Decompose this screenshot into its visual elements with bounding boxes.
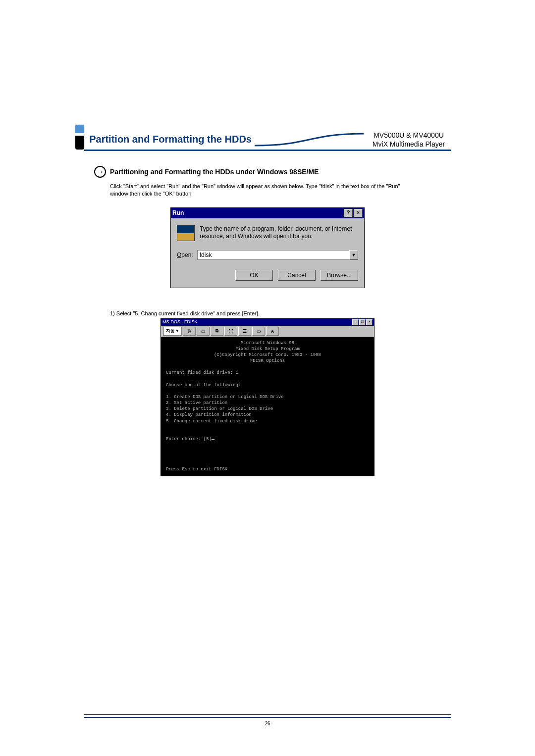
page-header: Partition and Formatting the HDDs MV5000…: [75, 124, 451, 149]
footer-rule: [84, 714, 451, 718]
dos-line: (C)Copyright Microsoft Corp. 1983 - 1998: [166, 352, 369, 358]
arrow-circle-icon: →: [94, 166, 106, 178]
open-dropdown-button[interactable]: ▼: [349, 250, 358, 260]
fdisk-figure: MS-DOS - FDISK – □ × 자동▼ ⎘ ▭ ⧉ ⛶ ☰ ▭ A: [84, 318, 451, 476]
run-body: Type the name of a program, folder, docu…: [171, 218, 364, 288]
dos-line: 3. Delete partition or Logical DOS Drive: [166, 406, 369, 412]
dos-tool-paste-icon[interactable]: ▭: [197, 327, 210, 336]
dos-line: Current fixed disk drive: 1: [166, 370, 369, 376]
book-spine-icon: [75, 125, 84, 150]
run-message: Type the name of a program, folder, docu…: [200, 225, 358, 240]
dos-line: Microsoft Windows 98: [166, 340, 369, 346]
dos-tool-copy-icon[interactable]: ⎘: [183, 327, 196, 336]
dos-tool-fullscreen-icon[interactable]: ⛶: [224, 327, 237, 336]
maximize-button[interactable]: □: [359, 319, 366, 325]
dos-font-select[interactable]: 자동▼: [163, 327, 182, 336]
section-body: Click "Start" and select "Run" and the "…: [110, 183, 417, 198]
dos-toolbar: 자동▼ ⎘ ▭ ⧉ ⛶ ☰ ▭ A: [161, 326, 374, 337]
dos-line: Fixed Disk Setup Program: [166, 346, 369, 352]
ok-button[interactable]: OK: [235, 270, 273, 281]
run-buttons: OK Cancel Browse...: [177, 270, 358, 281]
model-line2: MviX Multimedia Player: [367, 140, 451, 149]
browse-button[interactable]: Browse...: [321, 270, 358, 281]
dos-line: FDISK Options: [166, 358, 369, 364]
run-icon: [177, 225, 195, 241]
open-label: Open:: [177, 252, 193, 258]
close-button[interactable]: ×: [354, 209, 363, 217]
model-line1: MV5000U & MV4000U: [367, 131, 451, 140]
page-title: Partition and Formatting the HDDs: [89, 134, 252, 145]
model-box: MV5000U & MV4000U MviX Multimedia Player: [367, 131, 451, 149]
titlebar-buttons: ? ×: [344, 209, 363, 217]
dos-tool-mark-icon[interactable]: ⧉: [211, 327, 223, 336]
title-swoosh-icon: [255, 131, 364, 149]
dos-screen: Microsoft Windows 98 Fixed Disk Setup Pr…: [161, 337, 374, 476]
dos-titlebar: MS-DOS - FDISK – □ ×: [161, 319, 374, 326]
minimize-button[interactable]: –: [352, 319, 359, 325]
section-heading: → Partitioning and Formatting the HDDs u…: [94, 166, 451, 178]
dos-line: 5. Change current fixed disk drive: [166, 418, 369, 424]
close-button[interactable]: ×: [366, 319, 373, 325]
dos-line: 2. Set active partition: [166, 400, 369, 406]
open-field: ▼: [197, 250, 358, 260]
dos-tool-font-icon[interactable]: A: [266, 327, 279, 336]
section-title: Partitioning and Formatting the HDDs und…: [110, 168, 319, 176]
page-number: 26: [84, 721, 451, 726]
dos-titlebar-buttons: – □ ×: [352, 319, 373, 325]
dos-tool-bg-icon[interactable]: ▭: [252, 327, 265, 336]
help-button[interactable]: ?: [344, 209, 353, 217]
cursor-icon: [212, 439, 214, 440]
dos-line: Press Esc to exit FDISK: [166, 466, 369, 472]
dos-line: 1. Create DOS partition or Logical DOS D…: [166, 394, 369, 400]
run-dialog: Run ? × Type the name of a program, fold…: [170, 207, 365, 288]
title-underline: [84, 150, 451, 151]
cancel-button[interactable]: Cancel: [278, 270, 316, 281]
step-1-text: 1) Select "5. Chang current fixed disk d…: [110, 310, 451, 316]
title-band: Partition and Formatting the HDDs MV5000…: [89, 131, 451, 149]
run-title: Run: [172, 209, 184, 216]
dos-window: MS-DOS - FDISK – □ × 자동▼ ⎘ ▭ ⧉ ⛶ ☰ ▭ A: [160, 318, 374, 476]
dos-title: MS-DOS - FDISK: [162, 319, 198, 325]
document-page: Partition and Formatting the HDDs MV5000…: [0, 0, 535, 756]
dos-tool-props-icon[interactable]: ☰: [238, 327, 251, 336]
run-dialog-figure: Run ? × Type the name of a program, fold…: [84, 207, 451, 288]
open-input[interactable]: [197, 250, 349, 260]
dos-line: Enter choice: [5]: [166, 436, 369, 442]
dos-line: Choose one of the following:: [166, 382, 369, 388]
run-titlebar: Run ? ×: [171, 208, 364, 218]
dos-line: 4. Display partition information: [166, 412, 369, 418]
